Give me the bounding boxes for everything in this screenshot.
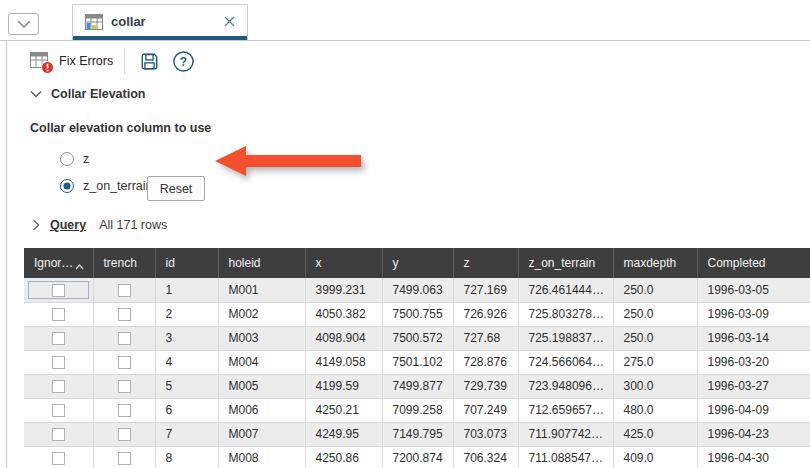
column-header-x[interactable]: x xyxy=(305,248,382,278)
column-header-completed[interactable]: Completed xyxy=(697,248,810,278)
cell-x[interactable]: 4250.21 xyxy=(305,398,382,422)
cell-maxdepth[interactable]: 250.0 xyxy=(613,326,697,350)
cell-holeid[interactable]: M003 xyxy=(218,326,305,350)
cell-z_on_terrain[interactable]: 712.659657… xyxy=(518,398,613,422)
cell-z[interactable]: 703.073 xyxy=(453,422,518,446)
ignored-checkbox[interactable] xyxy=(52,332,65,345)
trench-checkbox[interactable] xyxy=(118,452,131,465)
column-header-id[interactable]: id xyxy=(155,248,218,278)
ignored-checkbox[interactable] xyxy=(52,380,65,393)
cell-z_on_terrain[interactable]: 725.803278… xyxy=(518,302,613,326)
tab-overflow-button[interactable] xyxy=(8,13,39,35)
cell-completed[interactable]: 1996-04-09 xyxy=(697,398,810,422)
close-icon[interactable] xyxy=(224,16,235,27)
trench-checkbox[interactable] xyxy=(118,356,131,369)
trench-checkbox[interactable] xyxy=(118,284,131,297)
cell-ignored[interactable] xyxy=(24,422,93,446)
cell-y[interactable]: 7499.063 xyxy=(382,278,453,302)
cell-id[interactable]: 7 xyxy=(155,422,218,446)
trench-checkbox[interactable] xyxy=(118,380,131,393)
fix-errors-button[interactable]: Fix Errors xyxy=(30,52,113,71)
cell-holeid[interactable]: M007 xyxy=(218,422,305,446)
ignored-checkbox[interactable] xyxy=(52,356,65,369)
cell-z_on_terrain[interactable]: 726.461444… xyxy=(518,278,613,302)
cell-completed[interactable]: 1996-03-14 xyxy=(697,326,810,350)
column-header-maxdepth[interactable]: maxdepth xyxy=(613,248,697,278)
cell-trench[interactable] xyxy=(93,350,155,374)
cell-z[interactable]: 706.324 xyxy=(453,446,518,468)
cell-trench[interactable] xyxy=(93,278,155,302)
cell-id[interactable]: 5 xyxy=(155,374,218,398)
cell-ignored[interactable] xyxy=(24,398,93,422)
cell-trench[interactable] xyxy=(93,446,155,468)
cell-y[interactable]: 7149.795 xyxy=(382,422,453,446)
cell-holeid[interactable]: M001 xyxy=(218,278,305,302)
cell-z[interactable]: 726.926 xyxy=(453,302,518,326)
radio-selected-icon[interactable] xyxy=(60,179,74,193)
cell-holeid[interactable]: M004 xyxy=(218,350,305,374)
cell-trench[interactable] xyxy=(93,326,155,350)
column-header-z[interactable]: z xyxy=(453,248,518,278)
cell-completed[interactable]: 1996-04-30 xyxy=(697,446,810,468)
cell-z_on_terrain[interactable]: 723.948096… xyxy=(518,374,613,398)
radio-option-z[interactable]: z xyxy=(60,152,89,166)
reset-button[interactable]: Reset xyxy=(147,176,205,201)
cell-completed[interactable]: 1996-04-23 xyxy=(697,422,810,446)
cell-completed[interactable]: 1996-03-05 xyxy=(697,278,810,302)
cell-z_on_terrain[interactable]: 711.907742… xyxy=(518,422,613,446)
cell-id[interactable]: 3 xyxy=(155,326,218,350)
tab-collar[interactable]: collar xyxy=(72,4,248,41)
cell-z[interactable]: 727.169 xyxy=(453,278,518,302)
cell-x[interactable]: 4250.86 xyxy=(305,446,382,468)
cell-maxdepth[interactable]: 250.0 xyxy=(613,278,697,302)
column-header-trench[interactable]: trench xyxy=(93,248,155,278)
save-button[interactable] xyxy=(136,48,163,75)
cell-maxdepth[interactable]: 250.0 xyxy=(613,302,697,326)
trench-checkbox[interactable] xyxy=(118,404,131,417)
cell-completed[interactable]: 1996-03-20 xyxy=(697,350,810,374)
column-header-ignored[interactable]: Ignor… xyxy=(24,248,93,278)
query-section-toggle[interactable]: Query xyxy=(50,218,86,232)
ignored-checkbox[interactable] xyxy=(52,308,65,321)
cell-id[interactable]: 4 xyxy=(155,350,218,374)
cell-maxdepth[interactable]: 300.0 xyxy=(613,374,697,398)
ignored-checkbox[interactable] xyxy=(52,404,65,417)
cell-ignored[interactable] xyxy=(24,326,93,350)
collar-elevation-section-toggle[interactable]: Collar Elevation xyxy=(30,87,145,101)
cell-completed[interactable]: 1996-03-09 xyxy=(697,302,810,326)
radio-option-z-on-terrain[interactable]: z_on_terrain xyxy=(60,179,153,193)
cell-holeid[interactable]: M005 xyxy=(218,374,305,398)
cell-trench[interactable] xyxy=(93,302,155,326)
cell-z[interactable]: 728.876 xyxy=(453,350,518,374)
cell-maxdepth[interactable]: 409.0 xyxy=(613,446,697,468)
cell-maxdepth[interactable]: 425.0 xyxy=(613,422,697,446)
cell-trench[interactable] xyxy=(93,422,155,446)
ignored-checkbox[interactable] xyxy=(52,452,65,465)
cell-ignored[interactable] xyxy=(24,446,93,468)
cell-y[interactable]: 7500.572 xyxy=(382,326,453,350)
cell-x[interactable]: 4098.904 xyxy=(305,326,382,350)
cell-ignored[interactable] xyxy=(24,350,93,374)
column-header-z-on-terrain[interactable]: z_on_terrain xyxy=(518,248,613,278)
cell-id[interactable]: 6 xyxy=(155,398,218,422)
cell-id[interactable]: 1 xyxy=(155,278,218,302)
cell-z_on_terrain[interactable]: 725.198837… xyxy=(518,326,613,350)
cell-holeid[interactable]: M002 xyxy=(218,302,305,326)
cell-holeid[interactable]: M008 xyxy=(218,446,305,468)
ignored-checkbox[interactable] xyxy=(52,428,65,441)
cell-x[interactable]: 4249.95 xyxy=(305,422,382,446)
cell-id[interactable]: 2 xyxy=(155,302,218,326)
trench-checkbox[interactable] xyxy=(118,428,131,441)
trench-checkbox[interactable] xyxy=(118,332,131,345)
cell-holeid[interactable]: M006 xyxy=(218,398,305,422)
cell-x[interactable]: 4199.59 xyxy=(305,374,382,398)
column-header-y[interactable]: y xyxy=(382,248,453,278)
cell-ignored[interactable] xyxy=(24,374,93,398)
cell-ignored[interactable] xyxy=(24,302,93,326)
cell-y[interactable]: 7499.877 xyxy=(382,374,453,398)
cell-ignored[interactable] xyxy=(24,278,93,302)
cell-id[interactable]: 8 xyxy=(155,446,218,468)
column-header-holeid[interactable]: holeid xyxy=(218,248,305,278)
cell-z[interactable]: 729.739 xyxy=(453,374,518,398)
cell-z_on_terrain[interactable]: 711.088547… xyxy=(518,446,613,468)
